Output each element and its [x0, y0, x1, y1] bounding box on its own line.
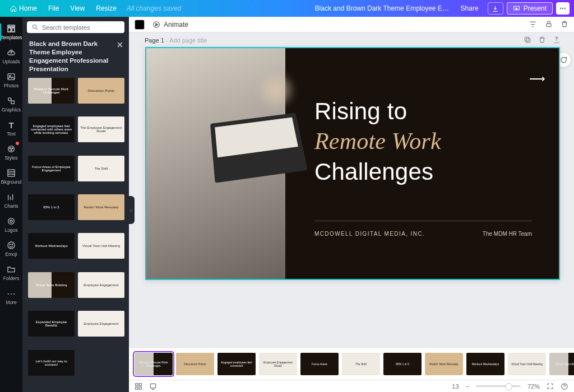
logos-icon [7, 217, 16, 226]
delete-page-icon[interactable] [538, 36, 546, 44]
template-thumb[interactable]: Workout Wednesdays [28, 233, 75, 259]
page-thumb[interactable]: Engaged employees feel connected [217, 353, 256, 375]
templates-icon [7, 24, 16, 33]
template-thumb[interactable]: Virtual Team Building [28, 272, 75, 298]
fullscreen-icon[interactable] [547, 382, 554, 390]
headline-line3: Challenges [314, 157, 536, 187]
page-count[interactable]: 13 [452, 383, 459, 390]
template-search[interactable] [27, 21, 124, 33]
page-thumb[interactable]: Virtual Town Hall Meeting [508, 353, 546, 375]
top-menu-bar: Home File View Resize All changes saved … [0, 0, 574, 17]
rail-item-emoji[interactable]: Emoji [0, 237, 22, 261]
template-thumb[interactable]: Employee Engagement [78, 272, 124, 298]
background-color-swatch[interactable] [135, 20, 145, 30]
page-thumb[interactable]: Workout Wednesdays [466, 353, 504, 375]
text-icon: T [7, 120, 16, 129]
page-label[interactable]: Page 1 - Add page title [145, 37, 207, 44]
svg-rect-22 [525, 37, 529, 41]
panel-title: Black and Brown Dark Theme Employee Enga… [29, 40, 113, 73]
rail-label: Photos [4, 83, 18, 88]
rail-label: Logos [4, 227, 17, 233]
duplicate-page-icon[interactable] [524, 36, 531, 44]
template-thumb[interactable]: 85% 1 in 5 [28, 194, 75, 220]
rail-item-more[interactable]: ⋯More [0, 285, 22, 309]
svg-point-10 [12, 148, 13, 149]
document-title[interactable]: Black and Brown Dark Theme Employee Enga… [309, 4, 455, 12]
page-thumb[interactable]: Rising to Remote Work Challenges [135, 353, 173, 375]
resize-menu[interactable]: Resize [90, 4, 122, 12]
home-button[interactable]: Home [4, 4, 43, 12]
download-button[interactable] [488, 2, 503, 15]
present-button[interactable]: Present [507, 2, 553, 15]
collapse-panel-handle[interactable]: ‹ [128, 196, 135, 224]
zoom-out-icon[interactable]: − [466, 383, 469, 390]
rail-label: Charts [4, 203, 18, 209]
page-thumb[interactable]: The Shift [342, 353, 380, 375]
share-button[interactable]: Share [455, 2, 484, 15]
page-thumb[interactable]: Rockin' Work Remotely [425, 353, 463, 375]
animate-button[interactable]: Animate [149, 21, 192, 29]
svg-rect-12 [8, 170, 15, 176]
emoji-icon [7, 241, 16, 250]
file-menu[interactable]: File [43, 4, 64, 12]
filter-icon[interactable] [529, 20, 537, 29]
rail-item-text[interactable]: TText [0, 116, 22, 141]
template-thumb[interactable]: Virtual Town Hall Meeting [78, 233, 124, 259]
search-input[interactable] [42, 24, 120, 31]
page-thumb[interactable]: Discussion Points [176, 353, 214, 375]
rail-item-graphics[interactable]: Graphics [0, 92, 22, 116]
rail-item-styles[interactable]: Styles [0, 141, 22, 165]
svg-rect-20 [547, 24, 551, 26]
grid-view-icon[interactable] [135, 382, 142, 390]
background-icon [7, 169, 16, 178]
zoom-slider[interactable] [476, 385, 521, 387]
template-thumb[interactable]: Focus Areas of Employee Engagement [28, 156, 75, 181]
animate-icon [152, 21, 160, 29]
more-menu-button[interactable]: ⋯ [556, 2, 570, 15]
rail-label: Templates [1, 35, 22, 40]
trash-icon[interactable] [561, 20, 568, 29]
page-title-hint: - Add page title [164, 37, 207, 44]
rail-item-uploads[interactable]: Uploads [0, 44, 22, 68]
template-thumb[interactable]: Discussion Points [78, 78, 124, 104]
svg-rect-4 [8, 74, 15, 80]
template-thumb[interactable]: The Employee Engagement Model [78, 116, 124, 142]
slide-footer-right[interactable]: The MDM HR Team [483, 231, 532, 237]
template-thumb[interactable]: Let's build our way to success! [28, 350, 75, 376]
zoom-level[interactable]: 72% [527, 383, 540, 390]
page-thumb[interactable]: 85% 1 in 5 [383, 353, 422, 375]
slide-canvas[interactable]: ⟶ Rising to Remote Work Challenges MCDOW… [145, 47, 560, 280]
template-thumb[interactable]: Rising to Remote Work Challenges [28, 78, 75, 104]
slide-footer-left[interactable]: MCDOWELL DIGITAL MEDIA, INC. [314, 231, 425, 237]
rail-label: Folders [3, 276, 19, 281]
rail-item-charts[interactable]: Charts [0, 189, 22, 213]
close-panel-button[interactable]: ✕ [117, 40, 123, 50]
svg-rect-2 [8, 28, 11, 32]
page-thumb[interactable]: Virtual Team Building [549, 353, 574, 375]
rail-item-folders[interactable]: Folders [0, 261, 22, 285]
search-icon [31, 24, 39, 31]
page-actions [524, 36, 561, 44]
template-thumb[interactable]: The Shift [78, 156, 124, 181]
template-thumb[interactable]: Rockin' Work Remotely [78, 194, 124, 220]
rail-item-templates[interactable]: Templates [0, 20, 22, 44]
page-thumb[interactable]: Employee Engagement Model [259, 353, 297, 375]
view-menu[interactable]: View [64, 4, 90, 12]
rail-item-photos[interactable]: Photos [0, 68, 22, 92]
badge-icon [16, 142, 19, 145]
arrow-icon[interactable]: ⟶ [529, 72, 544, 85]
lock-icon[interactable] [545, 20, 553, 29]
template-thumb[interactable]: Expanded Employee Benefits [28, 311, 75, 337]
slide-photo[interactable] [146, 48, 285, 279]
template-thumb[interactable]: Engaged employees feel connected with ot… [28, 116, 75, 142]
slide-headline[interactable]: Rising to Remote Work Challenges [314, 96, 536, 186]
svg-rect-7 [11, 101, 14, 104]
rail-item-logos[interactable]: Logos [0, 213, 22, 237]
rail-item-background[interactable]: Bkground [0, 165, 22, 189]
notes-icon[interactable] [149, 382, 157, 390]
template-thumb[interactable]: Employee Engagement [78, 311, 124, 337]
help-icon[interactable] [561, 382, 568, 390]
svg-point-14 [10, 220, 12, 222]
export-page-icon[interactable] [553, 36, 561, 44]
page-thumb[interactable]: Focus Areas [300, 353, 339, 375]
